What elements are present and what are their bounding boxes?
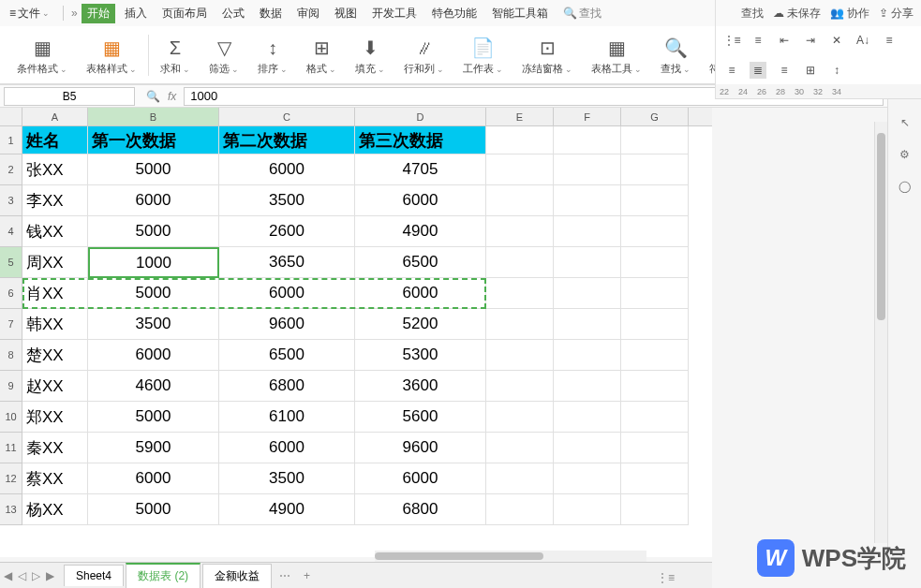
tab-smart-toolbox[interactable]: 智能工具箱 <box>486 4 554 23</box>
worksheet-button[interactable]: 📄 工作表 ⌄ <box>453 30 512 80</box>
table-style-button[interactable]: ▦ 表格样式 ⌄ <box>77 30 146 80</box>
cell[interactable] <box>554 371 621 402</box>
cell[interactable]: 第一次数据 <box>88 126 219 154</box>
share-button[interactable]: ⇪ 分享 <box>879 6 914 22</box>
tab-add-icon[interactable]: + <box>298 569 316 582</box>
row-header[interactable]: 7 <box>0 309 22 340</box>
cell[interactable]: 杨XX <box>22 494 88 525</box>
col-header-G[interactable]: G <box>621 108 689 125</box>
cell[interactable] <box>554 433 621 463</box>
row-header[interactable]: 11 <box>0 433 22 463</box>
cell[interactable]: 3500 <box>219 185 355 216</box>
filter-button[interactable]: ▽ 筛选 ⌄ <box>200 30 248 80</box>
sum-button[interactable]: Σ 求和 ⌄ <box>151 30 200 80</box>
align-left-icon[interactable]: ≡ <box>881 32 898 49</box>
cell[interactable]: 6000 <box>219 433 355 463</box>
cell[interactable] <box>621 278 689 309</box>
cell[interactable]: 3600 <box>355 371 486 402</box>
fx-icon[interactable]: fx <box>168 90 176 103</box>
table-tools-button[interactable]: ▦ 表格工具 ⌄ <box>582 30 651 80</box>
cell[interactable]: 6500 <box>219 340 355 371</box>
tab-data[interactable]: 数据 <box>254 4 288 23</box>
cell[interactable]: 6800 <box>355 494 486 525</box>
row-header[interactable]: 4 <box>0 216 22 247</box>
cell[interactable] <box>486 126 554 154</box>
sheet-tab-sheet4[interactable]: Sheet4 <box>64 565 124 586</box>
cell[interactable] <box>621 494 689 525</box>
zoom-out-icon[interactable]: 🔍 <box>146 90 160 103</box>
row-header[interactable]: 1 <box>0 126 22 154</box>
cell[interactable] <box>621 154 689 185</box>
tab-formula[interactable]: 公式 <box>216 4 250 23</box>
cell[interactable] <box>621 402 689 433</box>
cell[interactable]: 6800 <box>219 371 355 402</box>
tab-first-icon[interactable]: ◀ <box>4 569 12 582</box>
cell[interactable]: 1000 <box>88 247 219 278</box>
cell[interactable] <box>621 340 689 371</box>
sheet-tab-data[interactable]: 数据表 (2) <box>126 563 201 588</box>
cell[interactable] <box>554 247 621 278</box>
format-button[interactable]: ⊞ 格式 ⌄ <box>297 30 346 80</box>
find-button[interactable]: 🔍 查找 ⌄ <box>651 30 700 80</box>
cell[interactable] <box>486 216 554 247</box>
cell[interactable]: 6000 <box>88 340 219 371</box>
cell[interactable] <box>621 463 689 494</box>
cell[interactable]: 5300 <box>355 340 486 371</box>
row-header[interactable]: 9 <box>0 371 22 402</box>
cell[interactable]: 4900 <box>219 494 355 525</box>
name-box[interactable]: B5 <box>4 87 135 106</box>
tab-last-icon[interactable]: ▶ <box>46 569 54 582</box>
cell[interactable]: 4900 <box>355 216 486 247</box>
cell[interactable]: 6500 <box>355 247 486 278</box>
unsaved-badge[interactable]: ☁ 未保存 <box>773 6 821 22</box>
cell[interactable]: 5600 <box>355 402 486 433</box>
tab-prev-icon[interactable]: ◁ <box>18 569 26 582</box>
cell[interactable]: 3500 <box>88 309 219 340</box>
cell[interactable] <box>554 402 621 433</box>
cell[interactable] <box>621 185 689 216</box>
cell[interactable]: 第三次数据 <box>355 126 486 154</box>
tab-home[interactable]: 开始 <box>82 4 115 23</box>
cell[interactable]: 张XX <box>22 154 88 185</box>
tab-insert[interactable]: 插入 <box>119 4 153 23</box>
sort-button[interactable]: ↕ 排序 ⌄ <box>248 30 297 80</box>
cell[interactable]: 秦XX <box>22 433 88 463</box>
tab-more-icon[interactable]: ⋯ <box>274 569 296 582</box>
col-header-D[interactable]: D <box>355 108 486 125</box>
help-icon[interactable]: ◯ <box>895 176 915 197</box>
cell[interactable] <box>554 494 621 525</box>
cell[interactable] <box>554 126 621 154</box>
cell[interactable]: 蔡XX <box>22 463 88 494</box>
spreadsheet-grid[interactable]: A B C D E F G 1姓名第一次数据第二次数据第三次数据2张XX5000… <box>0 108 712 557</box>
cell[interactable]: 6000 <box>355 278 486 309</box>
cell[interactable] <box>486 309 554 340</box>
tab-view[interactable]: 视图 <box>329 4 363 23</box>
row-header[interactable]: 13 <box>0 494 22 525</box>
indent-icon[interactable]: ⇥ <box>802 32 819 49</box>
col-header-A[interactable]: A <box>22 108 88 125</box>
tab-options-icon[interactable]: ⋮≡ <box>657 571 675 584</box>
row-header[interactable]: 12 <box>0 463 22 494</box>
tab-review[interactable]: 审阅 <box>291 4 325 23</box>
col-header-B[interactable]: B <box>88 108 219 125</box>
pointer-icon[interactable]: ↖ <box>895 112 915 133</box>
cell[interactable]: 6000 <box>355 463 486 494</box>
cell[interactable]: 9600 <box>219 309 355 340</box>
cell[interactable] <box>486 371 554 402</box>
cell[interactable] <box>621 433 689 463</box>
row-header[interactable]: 5 <box>0 247 22 278</box>
arrow-icon[interactable]: » <box>71 7 78 20</box>
cell[interactable]: 韩XX <box>22 309 88 340</box>
cell[interactable]: 6000 <box>88 185 219 216</box>
search-right[interactable]: 查找 <box>741 6 764 22</box>
row-header[interactable]: 8 <box>0 340 22 371</box>
cell[interactable] <box>621 126 689 154</box>
cell[interactable] <box>486 247 554 278</box>
cell[interactable] <box>486 340 554 371</box>
cell[interactable] <box>621 247 689 278</box>
vertical-scrollbar[interactable] <box>874 122 887 543</box>
cell[interactable] <box>486 185 554 216</box>
cell[interactable] <box>621 371 689 402</box>
collab-button[interactable]: 👥 协作 <box>830 6 869 22</box>
col-header-E[interactable]: E <box>486 108 554 125</box>
